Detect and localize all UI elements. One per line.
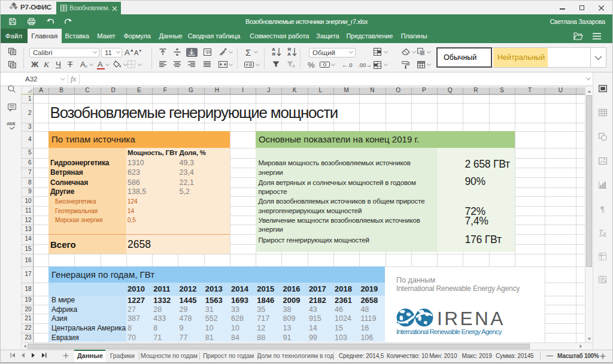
svg-text:IRENA: IRENA — [437, 308, 503, 328]
